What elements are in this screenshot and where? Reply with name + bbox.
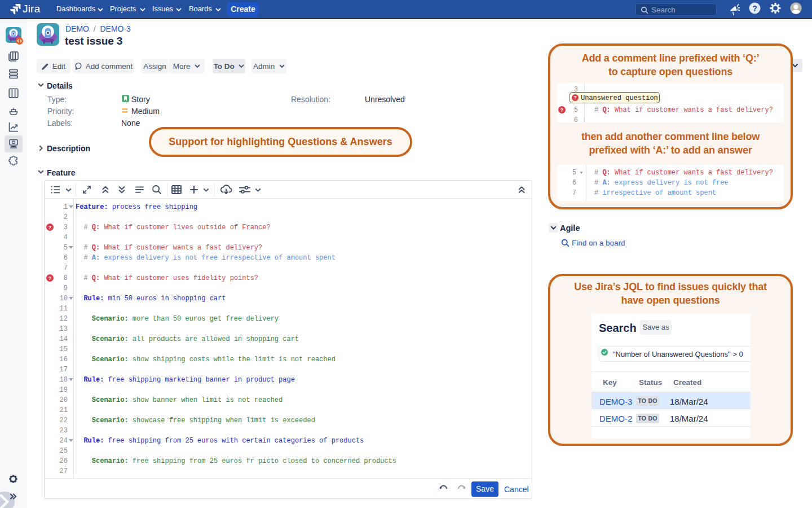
svg-text:?: ? — [561, 107, 564, 113]
svg-text:?: ? — [48, 224, 52, 230]
svg-text:?: ? — [48, 275, 52, 281]
svg-text:?: ? — [573, 95, 576, 100]
svg-text:?: ? — [752, 4, 757, 13]
